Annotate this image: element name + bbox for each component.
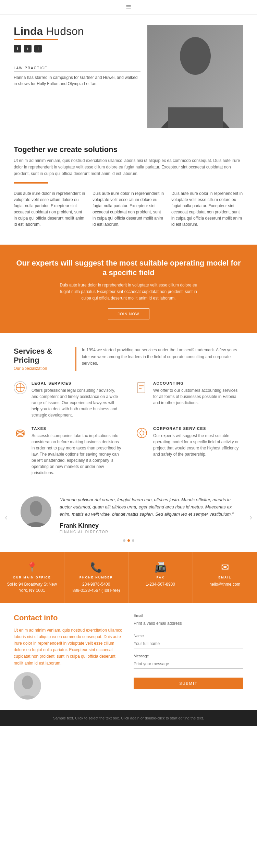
services-grid: LEGAL SERVICES Offers professional legal… bbox=[14, 381, 243, 476]
hero-left: Linda Hudson f t i LAW PRACTICE Hanna ha… bbox=[14, 25, 140, 128]
hamburger-icon[interactable]: ☰ bbox=[126, 3, 131, 11]
service-corporate-title: CORPORATE SERVICES bbox=[153, 426, 243, 431]
law-practice: LAW PRACTICE Hanna has starred in campai… bbox=[14, 66, 140, 87]
email-label: Email bbox=[134, 613, 243, 618]
facebook-icon[interactable]: f bbox=[14, 45, 21, 52]
solutions-title: Together we create solutions bbox=[14, 145, 243, 154]
service-legal: LEGAL SERVICES Offers professional legal… bbox=[14, 381, 122, 418]
service-taxes: TAXES Successful companies take tax impl… bbox=[14, 426, 122, 476]
services-intro: In 1994 we started providing our service… bbox=[76, 347, 243, 371]
services-specialization: Our Specialization bbox=[14, 366, 69, 371]
contact-avatar bbox=[14, 672, 41, 700]
banner-title: Our experts will suggest the most suitab… bbox=[14, 258, 243, 278]
contact-section: Contact info Ut enim ad minim veniam, qu… bbox=[0, 603, 257, 710]
footer-text: Sample text. Click to select the text bo… bbox=[14, 715, 243, 721]
office-label: OUR MAIN OFFICE bbox=[5, 576, 59, 579]
testimonial-title: FINANCIAL DIRECTOR bbox=[60, 530, 236, 534]
legal-icon bbox=[14, 381, 27, 418]
svg-point-17 bbox=[140, 431, 144, 435]
contact-form: Email Name Message SUBMIT bbox=[134, 613, 243, 700]
hero-photo bbox=[147, 25, 243, 128]
svg-point-23 bbox=[30, 501, 42, 516]
law-practice-label: LAW PRACTICE bbox=[14, 66, 140, 72]
service-accounting: ACCOUNTING We offer to our customers acc… bbox=[135, 381, 243, 418]
service-taxes-title: TAXES bbox=[32, 426, 122, 431]
footer: Sample text. Click to select the text bo… bbox=[0, 710, 257, 727]
social-icons: f t i bbox=[14, 45, 140, 52]
service-legal-text: Offers professional legal consulting / a… bbox=[32, 387, 122, 418]
email-input[interactable] bbox=[134, 619, 243, 628]
service-corporate-content: CORPORATE SERVICES Our experts will sugg… bbox=[153, 426, 243, 476]
name-input[interactable] bbox=[134, 639, 243, 648]
taxes-icon bbox=[14, 426, 27, 476]
fax-label: FAX bbox=[134, 576, 187, 579]
office-value: SoHo 94 Broadway St NewYork, NY 1001 bbox=[5, 581, 59, 594]
solutions-text: Ut enim ad minim veniam, quis nostrud ex… bbox=[14, 157, 243, 177]
service-accounting-text: We offer to our customers accounting ser… bbox=[153, 387, 243, 406]
testimonial-photo bbox=[21, 496, 51, 527]
hero-underline bbox=[14, 39, 58, 40]
office-icon: 📍 bbox=[5, 562, 59, 573]
submit-button[interactable]: SUBMIT bbox=[134, 678, 243, 689]
orange-banner: Our experts will suggest the most suitab… bbox=[0, 245, 257, 333]
service-legal-content: LEGAL SERVICES Offers professional legal… bbox=[32, 381, 122, 418]
accounting-icon bbox=[135, 381, 148, 418]
svg-rect-9 bbox=[137, 383, 145, 393]
service-taxes-content: TAXES Successful companies take tax impl… bbox=[32, 426, 122, 476]
contact-left-text: Ut enim ad minim veniam, quis nostrud ex… bbox=[14, 627, 123, 667]
contact-email-block: ✉ EMAIL hello@thme.com bbox=[193, 552, 257, 603]
corporate-icon bbox=[135, 426, 148, 476]
services-title: Services & Pricing bbox=[14, 347, 69, 365]
contact-top-bar: 📍 OUR MAIN OFFICE SoHo 94 Broadway St Ne… bbox=[0, 552, 257, 603]
service-taxes-text: Successful companies take tax implicatio… bbox=[32, 433, 122, 476]
service-corporate: CORPORATE SERVICES Our experts will sugg… bbox=[135, 426, 243, 476]
name-label: Name bbox=[134, 634, 243, 638]
testimonial-arrow-left[interactable]: ‹ bbox=[5, 513, 8, 522]
solutions-col-3: Duis aute irure dolor in reprehenderit i… bbox=[171, 190, 243, 227]
hero-name: Linda Hudson bbox=[14, 25, 140, 38]
form-name-field: Name bbox=[134, 634, 243, 648]
testimonial-dot-3[interactable] bbox=[132, 539, 134, 542]
contact-title: Contact info bbox=[14, 613, 123, 622]
solutions-columns: Duis aute irure dolor in reprehenderit i… bbox=[14, 190, 243, 227]
banner-text: Duis aute irure dolor in reprehenderit i… bbox=[57, 282, 200, 302]
solutions-col-2: Duis aute irure dolor in reprehenderit i… bbox=[93, 190, 164, 227]
phone-label: PHONE NUMBER bbox=[70, 576, 123, 579]
fax-icon: 📠 bbox=[134, 562, 187, 573]
message-input[interactable] bbox=[134, 659, 243, 669]
services-title-block: Services & Pricing Our Specialization bbox=[14, 347, 75, 371]
testimonial-inner: "Aenean pulvinar dui ornare, feugiat lor… bbox=[21, 496, 236, 533]
instagram-icon[interactable]: i bbox=[34, 45, 42, 52]
testimonial-dot-2[interactable] bbox=[127, 539, 130, 542]
top-menu: ☰ bbox=[0, 0, 257, 15]
service-corporate-text: Our experts will suggest the most suitab… bbox=[153, 433, 243, 457]
form-email-field: Email bbox=[134, 613, 243, 628]
solutions-section: Together we create solutions Ut enim ad … bbox=[0, 135, 257, 234]
contact-phone-block: 📞 PHONE NUMBER 234-9876-5400888-0123-456… bbox=[64, 552, 129, 603]
twitter-icon[interactable]: t bbox=[24, 45, 32, 52]
svg-point-2 bbox=[180, 37, 211, 75]
message-label: Message bbox=[134, 654, 243, 658]
service-legal-title: LEGAL SERVICES bbox=[32, 381, 122, 385]
services-header: Services & Pricing Our Specialization In… bbox=[14, 347, 243, 371]
services-section: Services & Pricing Our Specialization In… bbox=[0, 333, 257, 483]
service-accounting-content: ACCOUNTING We offer to our customers acc… bbox=[153, 381, 243, 418]
join-button[interactable]: JOIN NOW bbox=[108, 308, 149, 319]
testimonial-content: "Aenean pulvinar dui ornare, feugiat lor… bbox=[60, 496, 236, 533]
svg-rect-8 bbox=[137, 383, 145, 393]
testimonial-dots bbox=[21, 539, 236, 542]
hero-section: Linda Hudson f t i LAW PRACTICE Hanna ha… bbox=[0, 15, 257, 135]
contact-fax-block: 📠 FAX 1-234-567-8900 bbox=[128, 552, 193, 603]
orange-bar bbox=[14, 182, 48, 184]
testimonial-arrow-right[interactable]: › bbox=[249, 513, 252, 522]
contact-left: Contact info Ut enim ad minim veniam, qu… bbox=[14, 613, 123, 700]
solutions-col-1: Duis aute irure dolor in reprehenderit i… bbox=[14, 190, 86, 227]
law-practice-text: Hanna has starred in campaigns for Gartn… bbox=[14, 74, 140, 87]
testimonial-dot-1[interactable] bbox=[123, 539, 125, 542]
email-icon: ✉ bbox=[198, 562, 252, 573]
testimonial-section: ‹ › "Aenean pulvinar dui ornare, feugiat… bbox=[0, 483, 257, 552]
testimonial-quote: "Aenean pulvinar dui ornare, feugiat lor… bbox=[60, 496, 236, 518]
phone-value: 234-9876-5400888-0123-4567 (Toll Free) bbox=[70, 581, 123, 594]
email-label: EMAIL bbox=[198, 576, 252, 579]
testimonial-name: Frank Kinney bbox=[60, 522, 236, 529]
